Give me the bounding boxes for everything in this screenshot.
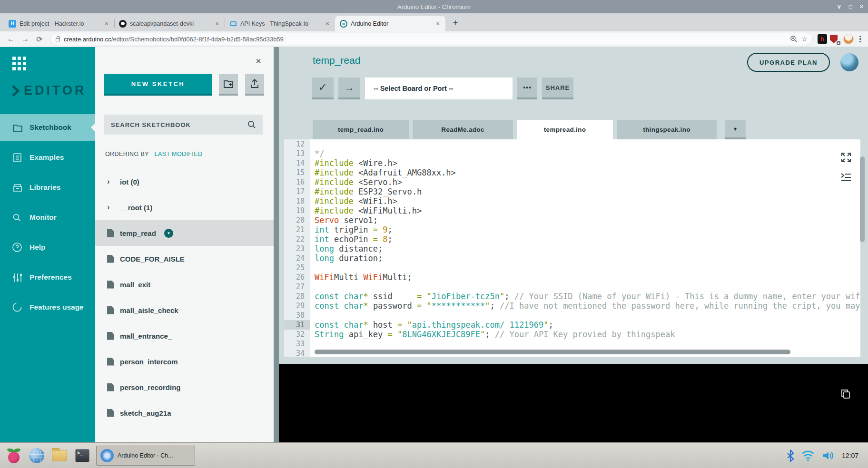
terminal-icon[interactable]: >_: [73, 447, 91, 465]
code-editor[interactable]: 1213141516171819202122232425262728293031…: [284, 139, 860, 357]
horizontal-scrollbar[interactable]: [315, 350, 790, 354]
browser-menu-icon[interactable]: [859, 35, 861, 43]
code-line-25[interactable]: [315, 263, 860, 273]
sidebar-item-monitor[interactable]: Monitor: [0, 204, 95, 231]
sketch-options-dropdown-icon[interactable]: ▼: [164, 229, 173, 238]
sketch-row-person_recording[interactable]: person_recording: [95, 374, 274, 400]
line-number: 34: [284, 349, 310, 357]
browser-tab-github[interactable]: scaleapi/pandaset-devki×: [114, 16, 225, 31]
code-line-33[interactable]: [315, 339, 860, 349]
taskbar-window-button[interactable]: Arduino Editor - Ch...: [96, 446, 195, 466]
upload-button[interactable]: →: [338, 78, 360, 99]
volume-icon[interactable]: [822, 450, 835, 461]
apps-grid-icon[interactable]: [12, 57, 27, 71]
verify-button[interactable]: ✓: [312, 78, 334, 99]
avatar[interactable]: [840, 53, 858, 71]
forward-icon[interactable]: →: [19, 33, 31, 45]
code-line-14[interactable]: #include <Wire.h>: [315, 158, 860, 168]
share-button[interactable]: SHARE: [542, 78, 573, 99]
panel-divider[interactable]: [274, 47, 279, 442]
code-line-20[interactable]: Servo servo1;: [315, 215, 860, 225]
url-text[interactable]: create.arduino.cc/editor/Schemobotics/bd…: [64, 36, 786, 43]
sketch-row-mall_entrance_[interactable]: mall_entrance_: [95, 323, 274, 349]
sidebar-item-features-usage[interactable]: Features usage: [0, 294, 95, 321]
sidebar-item-libraries[interactable]: Libraries: [0, 174, 95, 201]
file-tab-tempread.ino[interactable]: tempread.ino: [517, 120, 613, 139]
code-line-23[interactable]: long distance;: [315, 244, 860, 254]
sketch-row-temp_read[interactable]: temp_read▼: [95, 220, 274, 246]
tab-close-icon[interactable]: ×: [324, 20, 331, 27]
code-line-26[interactable]: WiFiMulti WiFiMulti;: [315, 273, 860, 282]
browser-tab-hackster[interactable]: HEdit project - Hackster.io×: [4, 16, 114, 31]
file-tab-ReadMe.adoc[interactable]: ReadMe.adoc: [413, 120, 513, 139]
board-port-select[interactable]: -- Select Board or Port --: [365, 78, 513, 99]
back-icon[interactable]: ←: [5, 33, 17, 45]
code-line-22[interactable]: int echoPin = 8;: [315, 234, 860, 244]
sketch-row-person_intercom[interactable]: person_intercom: [95, 349, 274, 374]
tab-close-icon[interactable]: ×: [434, 20, 442, 27]
sidebar-item-sketchbook[interactable]: Sketchbook: [0, 114, 95, 141]
folder-row-__root1[interactable]: ›__root (1): [95, 195, 274, 220]
sketch-row-mall_exit[interactable]: mall_exit: [95, 272, 274, 297]
code-line-13[interactable]: */: [315, 149, 860, 158]
code-line-16[interactable]: #include <Servo.h>: [315, 177, 860, 187]
raspberry-menu-icon[interactable]: [5, 447, 23, 465]
more-actions-button[interactable]: •••: [517, 78, 537, 99]
window-close-icon[interactable]: ×: [860, 3, 863, 10]
window-menu-icon[interactable]: ∨: [837, 3, 841, 10]
sidebar-item-preferences[interactable]: Preferences: [0, 264, 95, 291]
upload-sketch-button[interactable]: [245, 74, 264, 96]
code-line-19[interactable]: #include <WiFiMulti.h>: [315, 206, 860, 215]
sketchbook-search[interactable]: [104, 115, 263, 135]
copy-icon[interactable]: [840, 389, 851, 399]
vertical-scrollbar[interactable]: [860, 156, 865, 242]
extension-hackster-icon[interactable]: h: [818, 34, 827, 44]
file-tab-overflow-button[interactable]: ▼: [725, 120, 746, 139]
code-line-27[interactable]: [315, 282, 860, 292]
code-line-24[interactable]: long duration;: [315, 254, 860, 263]
browser-tab-thingspeak[interactable]: API Keys - ThingSpeak Io×: [225, 16, 335, 31]
new-sketch-button[interactable]: NEW SKETCH: [104, 74, 212, 96]
bluetooth-icon[interactable]: [787, 449, 794, 462]
address-bar[interactable]: create.arduino.cc/editor/Schemobotics/bd…: [50, 33, 813, 45]
panel-close-icon[interactable]: ×: [256, 56, 261, 67]
new-tab-button[interactable]: +: [448, 16, 463, 30]
tab-close-icon[interactable]: ×: [103, 20, 110, 27]
code-line-12[interactable]: [315, 139, 860, 149]
code-line-18[interactable]: #include <WiFi.h>: [315, 196, 860, 206]
fullscreen-icon[interactable]: [840, 152, 852, 163]
autoformat-icon[interactable]: [840, 173, 852, 182]
wifi-icon[interactable]: [801, 450, 815, 461]
window-maximize-icon[interactable]: □: [849, 3, 852, 10]
web-browser-icon[interactable]: [28, 447, 46, 465]
tab-close-icon[interactable]: ×: [213, 20, 221, 27]
line-number: 22: [284, 234, 310, 244]
code-line-21[interactable]: int trigPin = 9;: [315, 225, 860, 234]
code-line-17[interactable]: #include ESP32_Servo.h: [315, 187, 860, 196]
code-line-29[interactable]: const char* password = "***********"; //…: [315, 301, 860, 311]
sidebar-item-examples[interactable]: Examples: [0, 144, 95, 171]
sketch-row-sketch_aug21a[interactable]: sketch_aug21a: [95, 400, 274, 426]
bookmark-star-icon[interactable]: ☆: [801, 35, 808, 43]
code-line-30[interactable]: [315, 311, 860, 320]
folder-row-iot0[interactable]: ›iot (0): [95, 169, 274, 195]
ordering-value[interactable]: LAST MODIFIED: [155, 151, 203, 157]
code-line-32[interactable]: String api_key = "8LNG46XKJEJC89FE"; // …: [315, 330, 860, 339]
upgrade-plan-button[interactable]: UPGRADE PLAN: [747, 53, 830, 72]
zoom-icon[interactable]: [790, 35, 798, 43]
import-sketch-button[interactable]: [219, 74, 238, 96]
sketch-row-CODE_FOR_AISLE[interactable]: CODE_FOR_AISLE: [95, 246, 274, 272]
code-line-31[interactable]: const char* host = "api.thingspeak.com/ …: [315, 320, 860, 330]
code-line-28[interactable]: const char* ssid = "JioFiber-tcz5n"; // …: [315, 292, 860, 301]
extension-shield-icon[interactable]: 4: [829, 34, 838, 44]
sketch-row-mall_aisle_check[interactable]: mall_aisle_check: [95, 297, 274, 323]
sidebar-item-help[interactable]: Help: [0, 234, 95, 261]
file-tab-temp_read.ino[interactable]: temp_read.ino: [313, 120, 409, 139]
file-manager-icon[interactable]: [50, 447, 69, 465]
browser-tab-arduino[interactable]: ∞Arduino Editor×: [335, 16, 445, 31]
file-tab-thingspeak.ino[interactable]: thingspeak.ino: [617, 120, 717, 139]
browser-profile-avatar[interactable]: [843, 34, 854, 44]
code-line-15[interactable]: #include <Adafruit_AMG88xx.h>: [315, 168, 860, 177]
reload-icon[interactable]: ⟳: [33, 33, 46, 45]
search-input[interactable]: [111, 121, 247, 128]
